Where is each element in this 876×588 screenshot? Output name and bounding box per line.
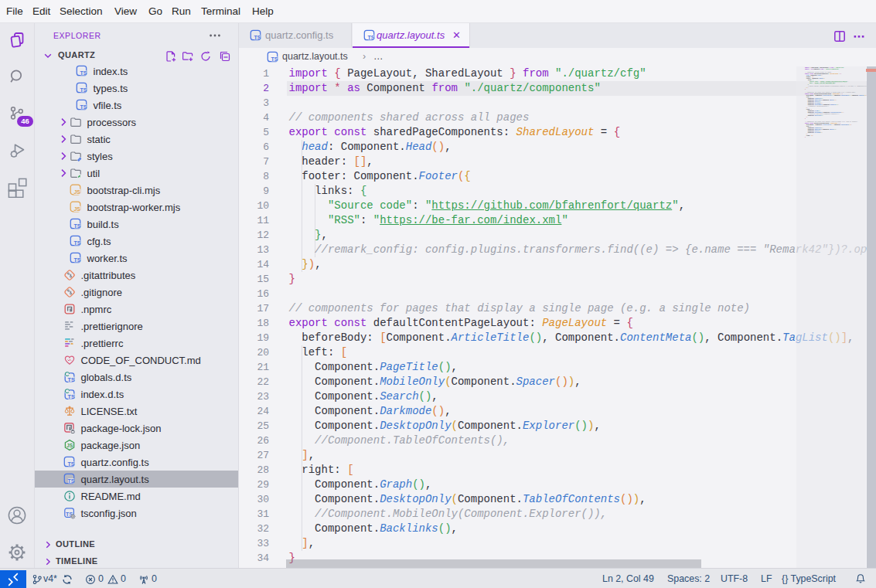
svg-text:TS: TS	[80, 87, 87, 93]
svg-text:JS: JS	[73, 206, 80, 212]
svg-text:TS: TS	[74, 257, 81, 263]
svg-text:TS: TS	[74, 223, 81, 229]
svg-text:TS: TS	[368, 35, 375, 40]
svg-text:TS: TS	[80, 104, 87, 110]
svg-text:TS: TS	[68, 461, 75, 467]
svg-text:TS: TS	[68, 376, 75, 383]
svg-text:TS: TS	[74, 240, 81, 246]
svg-text:TS: TS	[271, 56, 278, 62]
svg-text:TS: TS	[80, 70, 87, 76]
svg-text:TS: TS	[254, 35, 261, 40]
svg-text:TS: TS	[68, 393, 75, 400]
svg-text:TS: TS	[68, 478, 75, 484]
svg-text:JS: JS	[66, 443, 73, 448]
svg-text:JS: JS	[73, 189, 80, 195]
